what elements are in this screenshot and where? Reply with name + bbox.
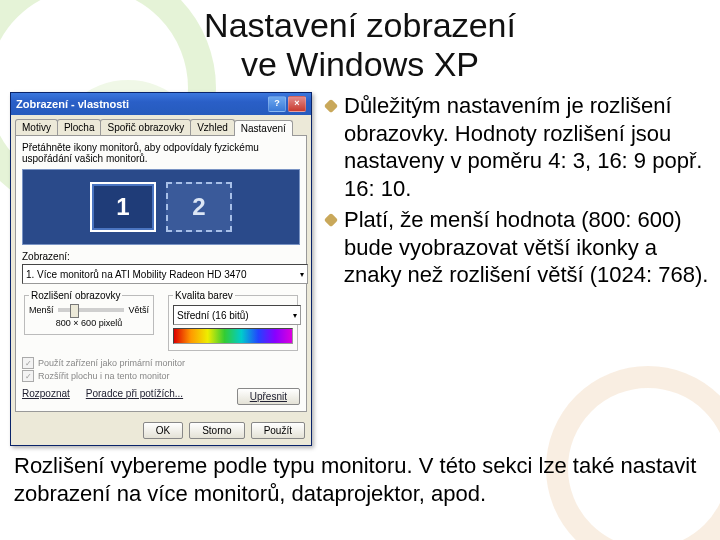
slider-max-label: Větší (128, 305, 149, 315)
display-dropdown[interactable]: 1. Více monitorů na ATI Mobility Radeon … (22, 264, 308, 284)
tab-settings[interactable]: Nastavení (234, 120, 293, 136)
tab-strip: Motivy Plocha Spořič obrazovky Vzhled Na… (11, 115, 311, 135)
monitor-1[interactable]: 1 (90, 182, 156, 232)
page-title: Nastavení zobrazení ve Windows XP (0, 6, 720, 84)
resolution-group: Rozlišení obrazovky Menší Větší 800 × 60… (24, 290, 154, 335)
checkbox-primary-label: Použít zařízení jako primární monitor (38, 358, 185, 368)
color-group: Kvalita barev Střední (16 bitů) (168, 290, 298, 351)
checkbox-extend-desktop[interactable]: ✓ Rozšířit plochu i na tento monitor (22, 370, 300, 382)
slider-min-label: Menší (29, 305, 54, 315)
tab-appearance[interactable]: Vzhled (190, 119, 235, 135)
bullet-2: Platí, že menší hodnota (800: 600) bude … (326, 206, 710, 289)
checkbox-primary-monitor[interactable]: ✓ Použít zařízení jako primární monitor (22, 357, 300, 369)
display-dropdown-value: 1. Více monitorů na ATI Mobility Radeon … (26, 269, 246, 280)
color-preview (173, 328, 293, 344)
bullet-1: Důležitým nastavením je rozlišení obrazo… (326, 92, 710, 202)
color-dropdown[interactable]: Střední (16 bitů) (173, 305, 301, 325)
window-title: Zobrazení - vlastnosti (16, 98, 129, 110)
checkbox-extend-label: Rozšířit plochu i na tento monitor (38, 371, 170, 381)
drag-hint: Přetáhněte ikony monitorů, aby odpovídal… (22, 142, 300, 164)
bottom-paragraph-text: Rozlišení vybereme podle typu monitoru. … (14, 453, 696, 506)
bullet-2-text: Platí, že menší hodnota (800: 600) bude … (344, 206, 710, 289)
color-legend: Kvalita barev (173, 290, 235, 301)
check-icon: ✓ (22, 370, 34, 382)
monitor-2[interactable]: 2 (166, 182, 232, 232)
resolution-value: 800 × 600 pixelů (29, 318, 149, 328)
resolution-legend: Rozlišení obrazovky (29, 290, 122, 301)
display-label: Zobrazení: (22, 251, 300, 262)
tab-screensaver[interactable]: Spořič obrazovky (100, 119, 191, 135)
monitor-arrangement[interactable]: 1 2 (22, 169, 300, 245)
advanced-button[interactable]: Upřesnit (237, 388, 300, 405)
titlebar[interactable]: Zobrazení - vlastnosti ? × (11, 93, 311, 115)
tab-themes[interactable]: Motivy (15, 119, 58, 135)
check-icon: ✓ (22, 357, 34, 369)
bullet-1-text: Důležitým nastavením je rozlišení obrazo… (344, 92, 710, 202)
help-button[interactable]: ? (268, 96, 286, 112)
cancel-button[interactable]: Storno (189, 422, 244, 439)
explanatory-text: Důležitým nastavením je rozlišení obrazo… (326, 92, 710, 293)
bottom-paragraph: Rozlišení vybereme podle typu monitoru. … (0, 452, 720, 507)
ok-button[interactable]: OK (143, 422, 183, 439)
settings-panel: Přetáhněte ikony monitorů, aby odpovídal… (15, 135, 307, 412)
color-dropdown-value: Střední (16 bitů) (177, 310, 249, 321)
close-button[interactable]: × (288, 96, 306, 112)
troubleshoot-link[interactable]: Poradce při potížích... (86, 388, 183, 405)
dialog-buttons: OK Storno Použít (11, 416, 311, 445)
tab-desktop[interactable]: Plocha (57, 119, 102, 135)
page-title-text: Nastavení zobrazení ve Windows XP (204, 6, 516, 83)
apply-button[interactable]: Použít (251, 422, 305, 439)
identify-link[interactable]: Rozpoznat (22, 388, 70, 405)
resolution-slider[interactable] (58, 308, 125, 312)
display-properties-window: Zobrazení - vlastnosti ? × Motivy Plocha… (10, 92, 312, 446)
